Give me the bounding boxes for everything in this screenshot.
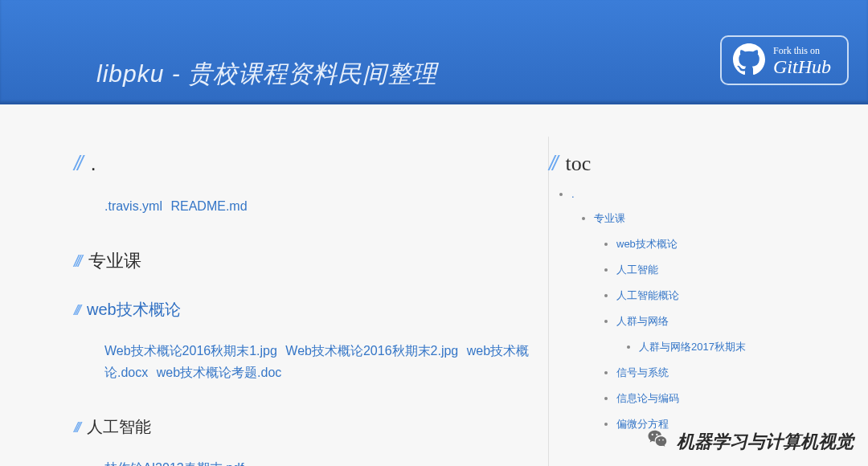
- toc-item: 信号与系统: [616, 366, 837, 380]
- toc-item: 信息论与编码: [616, 391, 837, 406]
- main-column: // . .travis.yml README.md /// 专业课 /// w…: [74, 137, 548, 466]
- subsection-heading: web技术概论: [87, 299, 181, 321]
- title-main: 贵校课程资料民间整理: [188, 60, 437, 87]
- toc-link[interactable]: 人工智能概论: [616, 289, 679, 301]
- root-file-list: .travis.yml README.md: [104, 195, 532, 217]
- toc-link[interactable]: 人工智能: [616, 264, 658, 276]
- title-prefix: libpku -: [96, 60, 188, 87]
- toc-item: 人群与网络2017秋期末: [639, 340, 837, 354]
- slash-icon: ///: [74, 252, 80, 271]
- file-link[interactable]: Web技术概论2016秋期末2.jpg: [285, 344, 458, 358]
- wechat-icon: [646, 427, 670, 456]
- toc-link[interactable]: 人群与网络: [616, 315, 669, 327]
- content: // . .travis.yml README.md /// 专业课 /// w…: [0, 104, 868, 466]
- toc-link[interactable]: 人群与网络2017秋期末: [639, 341, 746, 353]
- file-list: 林作铨AI2013春期末.pdf: [104, 457, 532, 466]
- slash-icon: //: [74, 151, 80, 176]
- root-heading: .: [90, 151, 96, 176]
- file-list: Web技术概论2016秋期末1.jpg Web技术概论2016秋期末2.jpg …: [104, 340, 532, 383]
- section-heading: 专业课: [88, 249, 141, 273]
- toc-item: 人群与网络 人群与网络2017秋期末: [616, 314, 837, 354]
- page-header: libpku - 贵校课程资料民间整理 Fork this on GitHub: [0, 0, 868, 104]
- toc-list: . 专业课 web技术概论 人工智能 人工智能概论 人群与网络 人群与网络201…: [549, 187, 837, 431]
- toc-item: web技术概论: [616, 237, 837, 251]
- toc-link[interactable]: .: [571, 188, 575, 200]
- toc-link[interactable]: 专业课: [594, 212, 625, 224]
- toc-link[interactable]: 信号与系统: [616, 366, 669, 378]
- toc-heading: toc: [565, 152, 591, 176]
- page-title: libpku - 贵校课程资料民间整理: [96, 58, 437, 91]
- slash-icon: ///: [74, 419, 79, 436]
- toc-item: 人工智能: [616, 263, 837, 277]
- github-small-text: Fork this on: [773, 46, 831, 55]
- file-link[interactable]: .travis.yml: [104, 199, 162, 213]
- watermark-text: 机器学习与计算机视觉: [677, 430, 854, 454]
- watermark: 机器学习与计算机视觉: [646, 427, 854, 456]
- toc-item: 专业课 web技术概论 人工智能 人工智能概论 人群与网络 人群与网络2017秋…: [594, 211, 837, 431]
- toc-link[interactable]: web技术概论: [616, 238, 678, 250]
- octocat-icon: [733, 43, 765, 79]
- file-link[interactable]: Web技术概论2016秋期末1.jpg: [104, 344, 277, 358]
- fork-github-link[interactable]: Fork this on GitHub: [720, 35, 849, 85]
- toc-item: 人工智能概论: [616, 288, 837, 303]
- file-link[interactable]: web技术概论考题.doc: [157, 366, 282, 379]
- toc-link[interactable]: 信息论与编码: [616, 392, 679, 404]
- github-text: Fork this on GitHub: [773, 46, 831, 76]
- slash-icon: ///: [74, 302, 79, 319]
- file-link[interactable]: README.md: [170, 199, 247, 213]
- github-big-text: GitHub: [773, 57, 831, 76]
- subsection-heading: 人工智能: [87, 416, 151, 438]
- toc-column: // toc . 专业课 web技术概论 人工智能 人工智能概论 人群与网络 人…: [548, 137, 837, 466]
- file-link[interactable]: 林作铨AI2013春期末.pdf: [104, 461, 244, 466]
- toc-item: . 专业课 web技术概论 人工智能 人工智能概论 人群与网络 人群与网络201…: [571, 187, 837, 431]
- slash-icon: //: [549, 151, 555, 176]
